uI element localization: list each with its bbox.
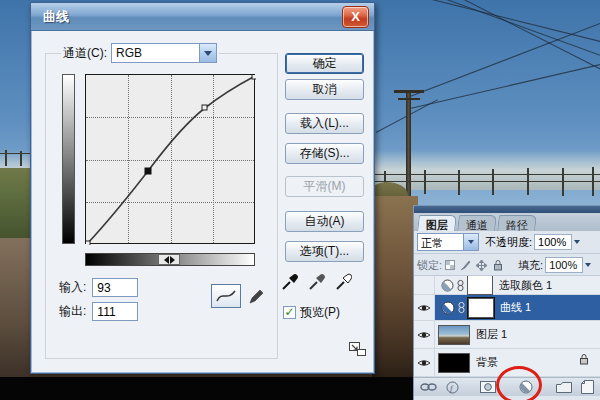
curve-point[interactable]: [202, 105, 207, 110]
tab-paths[interactable]: 路径: [497, 215, 537, 231]
eyedropper-white-icon[interactable]: [335, 271, 352, 291]
curve-point-selected[interactable]: [145, 168, 151, 174]
layer-row-curves[interactable]: 曲线 1: [414, 295, 600, 321]
save-button[interactable]: 存储(S)...: [285, 143, 364, 164]
layer-mask-thumbnail[interactable]: [468, 298, 494, 318]
layer-name[interactable]: 背景: [476, 355, 498, 370]
curve-endpoint[interactable]: [252, 75, 256, 79]
opacity-arrow-icon[interactable]: [572, 234, 581, 250]
opacity-field[interactable]: 100%: [534, 234, 572, 250]
svg-text:f: f: [450, 383, 454, 393]
layer-style-icon[interactable]: f: [446, 381, 459, 394]
panel-bottom-toolbar: f: [414, 377, 600, 396]
new-layer-icon[interactable]: [581, 380, 594, 394]
mask-link-icon[interactable]: [457, 301, 466, 314]
telephone-pole: [406, 92, 411, 198]
smooth-button: 平滑(M): [285, 176, 364, 197]
dialog-title: 曲线: [31, 8, 69, 26]
pole-crossarm: [398, 98, 420, 100]
fence-post: [458, 170, 460, 195]
adjustment-layer-icon: [441, 301, 455, 315]
fence-post: [20, 151, 22, 166]
dialog-titlebar[interactable]: 曲线 X: [31, 3, 374, 31]
fence-post: [424, 170, 426, 194]
layer-list: 选取颜色 1 曲线 1 图层 1: [414, 276, 600, 377]
ok-button[interactable]: 确定: [285, 53, 364, 74]
curve-tool-icon[interactable]: [211, 284, 241, 308]
visibility-toggle[interactable]: [414, 321, 435, 348]
fence-wire: [372, 181, 600, 182]
auto-button[interactable]: 自动(A): [285, 211, 364, 232]
eye-icon: [417, 330, 431, 340]
fill-arrow-icon[interactable]: [583, 257, 592, 273]
new-group-icon[interactable]: [556, 381, 572, 393]
curve-plot[interactable]: [86, 75, 256, 245]
blend-mode-dropdown[interactable]: 正常: [417, 233, 479, 251]
lock-transparency-icon[interactable]: [445, 260, 455, 270]
panel-tabs: 图层 通道 路径: [414, 213, 600, 231]
layer-row-background[interactable]: 背景: [414, 349, 600, 377]
preview-checkbox[interactable]: ✓: [283, 306, 296, 319]
layer-thumbnail[interactable]: [438, 353, 470, 373]
eyedropper-gray-icon[interactable]: [308, 271, 325, 291]
preview-label: 预览(P): [300, 304, 340, 321]
link-layers-icon[interactable]: [420, 382, 437, 392]
fill-label: 填充:: [518, 258, 543, 273]
layer-name[interactable]: 曲线 1: [500, 300, 531, 315]
input-label: 输入:: [59, 279, 86, 296]
pencil-tool-icon[interactable]: [245, 284, 267, 308]
output-label: 输出:: [59, 303, 86, 320]
lock-badge-icon: [578, 353, 590, 365]
output-gradient-bar: [62, 74, 75, 244]
layer-name[interactable]: 选取颜色 1: [499, 278, 552, 293]
channel-label: 通道(C):: [63, 45, 107, 62]
lock-all-icon[interactable]: [492, 259, 504, 271]
fence-post: [5, 150, 7, 166]
layer-row-selective-color[interactable]: 选取颜色 1: [414, 276, 600, 295]
grass: [0, 168, 34, 240]
curve-endpoint[interactable]: [86, 241, 90, 245]
fence-post: [592, 167, 594, 196]
visibility-toggle[interactable]: [414, 295, 435, 320]
load-button[interactable]: 载入(L)...: [285, 113, 364, 134]
curves-dialog: 曲线 X 通道(C): RGB 输入: 输出:: [30, 2, 375, 374]
chevron-down-icon[interactable]: [199, 44, 216, 62]
layer-row-layer1[interactable]: 图层 1: [414, 321, 600, 349]
layer-mask-thumbnail[interactable]: [467, 276, 493, 295]
cancel-button[interactable]: 取消: [285, 79, 364, 100]
fence-post: [492, 169, 494, 195]
input-value-field[interactable]: [92, 278, 138, 297]
input-gradient-bar: [85, 253, 255, 266]
channel-dropdown[interactable]: RGB: [111, 43, 217, 63]
options-button[interactable]: 选项(T)...: [285, 241, 364, 262]
lock-pixels-icon[interactable]: [460, 260, 471, 271]
layer-thumbnail[interactable]: [438, 325, 470, 345]
visibility-toggle[interactable]: [414, 276, 435, 294]
visibility-toggle[interactable]: [414, 349, 435, 376]
layer-name[interactable]: 图层 1: [476, 327, 507, 342]
fence-post: [562, 168, 564, 196]
tab-channels[interactable]: 通道: [457, 215, 497, 231]
road: [0, 238, 34, 378]
close-icon[interactable]: X: [342, 6, 369, 28]
opacity-label: 不透明度:: [485, 235, 532, 250]
adjustment-layer-icon: [441, 279, 454, 292]
chevron-down-icon[interactable]: [463, 234, 478, 250]
fence-wire: [372, 174, 600, 175]
curve-grid[interactable]: [85, 74, 255, 244]
pole-crossarm: [394, 90, 424, 93]
add-mask-icon[interactable]: [480, 381, 496, 393]
tab-layers[interactable]: 图层: [417, 215, 457, 231]
grid-size-toggle-icon[interactable]: [348, 339, 368, 358]
lock-position-icon[interactable]: [476, 260, 487, 271]
fill-field[interactable]: 100%: [545, 257, 583, 273]
fence-post: [527, 168, 529, 195]
output-value-field[interactable]: [92, 302, 138, 321]
mask-link-icon[interactable]: [456, 279, 465, 292]
eyedropper-black-icon[interactable]: [281, 271, 298, 291]
panel-titlebar[interactable]: [414, 206, 600, 213]
eye-icon: [417, 358, 431, 368]
eye-icon: [417, 303, 431, 313]
gradient-midtone-handle[interactable]: [158, 254, 180, 265]
new-adjustment-layer-icon[interactable]: [519, 380, 533, 394]
